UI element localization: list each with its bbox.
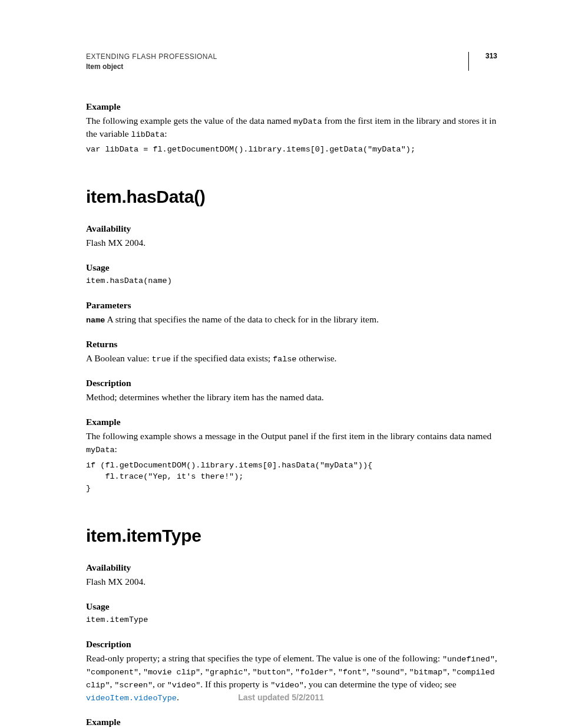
example-intro: The following example gets the value of …: [86, 114, 497, 140]
page-header: EXTENDING FLASH PROFESSIONAL Item object…: [86, 52, 497, 72]
parameters-label: Parameters: [86, 300, 497, 311]
usage-label-2: Usage: [86, 601, 497, 612]
example-label-2: Example: [86, 417, 497, 427]
footer-updated: Last updated 5/2/2011: [0, 693, 562, 702]
page: EXTENDING FLASH PROFESSIONAL Item object…: [0, 0, 562, 728]
availability-label: Availability: [86, 223, 497, 234]
param-row: name A string that specifies the name of…: [86, 313, 497, 326]
breadcrumb-title: EXTENDING FLASH PROFESSIONAL: [86, 52, 217, 61]
availability-text: Flash MX 2004.: [86, 236, 497, 249]
header-left: EXTENDING FLASH PROFESSIONAL Item object: [86, 52, 468, 72]
code-block: var libData = fl.getDocumentDOM().librar…: [86, 144, 497, 156]
code-block-2: if (fl.getDocumentDOM().library.items[0]…: [86, 460, 497, 495]
availability-label-2: Availability: [86, 562, 497, 573]
example-intro-2: The following example shows a message in…: [86, 430, 497, 456]
returns-label: Returns: [86, 339, 497, 350]
returns-text: A Boolean value: true if the specified d…: [86, 352, 497, 365]
availability-text-2: Flash MX 2004.: [86, 575, 497, 588]
usage-label: Usage: [86, 262, 497, 273]
api-heading-itemtype: item.itemType: [86, 526, 497, 546]
description-label-2: Description: [86, 639, 497, 650]
usage-code: item.hasData(name): [86, 275, 497, 287]
description-label: Description: [86, 378, 497, 388]
breadcrumb-subtitle: Item object: [86, 62, 123, 71]
page-number: 313: [468, 52, 497, 71]
example-label-3: Example: [86, 717, 497, 727]
usage-code-2: item.itemType: [86, 614, 497, 626]
api-heading-hasdata: item.hasData(): [86, 187, 497, 207]
description-text: Method; determines whether the library i…: [86, 391, 497, 404]
example-label: Example: [86, 101, 497, 112]
param-name: name: [86, 316, 105, 325]
